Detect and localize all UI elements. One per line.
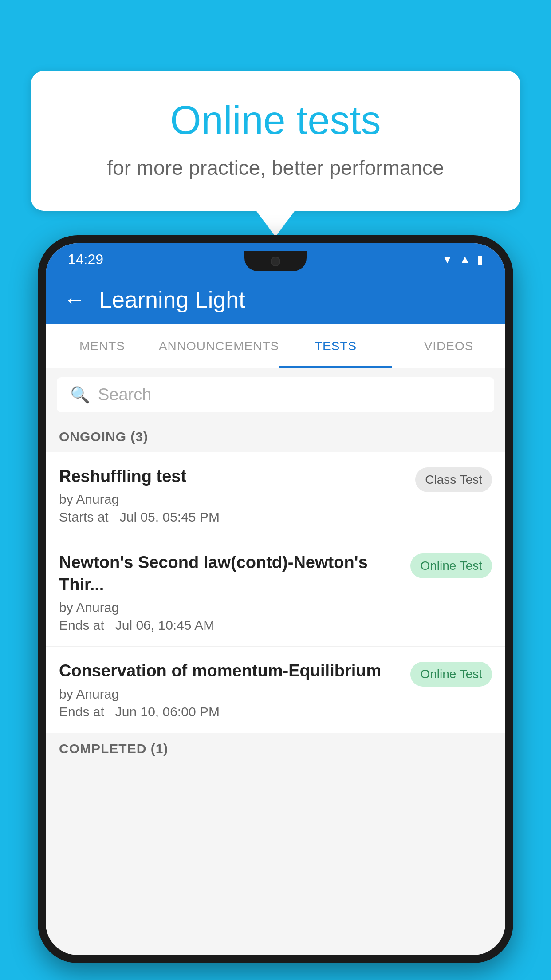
battery-icon: ▮ xyxy=(477,253,483,266)
tab-announcements[interactable]: ANNOUNCEMENTS xyxy=(159,324,279,368)
bubble-title: Online tests xyxy=(67,98,484,143)
tabs-bar: MENTS ANNOUNCEMENTS TESTS VIDEOS xyxy=(46,324,505,368)
test-item-3-name: Conservation of momentum-Equilibrium xyxy=(59,660,401,682)
test-item-3-badge: Online Test xyxy=(410,662,492,687)
front-camera xyxy=(271,257,280,266)
speech-bubble: Online tests for more practice, better p… xyxy=(31,71,520,211)
bubble-subtitle: for more practice, better performance xyxy=(67,156,484,180)
test-item-1-author: by Anurag xyxy=(59,492,406,507)
app-title: Learning Light xyxy=(99,286,245,313)
search-icon: 🔍 xyxy=(70,386,90,404)
test-item-2-name: Newton's Second law(contd)-Newton's Thir… xyxy=(59,552,401,596)
test-item-2-time: Ends at Jul 06, 10:45 AM xyxy=(59,618,401,633)
test-item-2-badge: Online Test xyxy=(410,553,492,578)
search-container: 🔍 Search xyxy=(46,368,505,421)
tab-videos[interactable]: VIDEOS xyxy=(392,324,505,368)
phone-frame: 14:29 ▼ ▲ ▮ ← Learning Light MENTS ANNOU… xyxy=(38,235,513,963)
test-item-1-badge: Class Test xyxy=(415,467,492,492)
test-item-1-name: Reshuffling test xyxy=(59,466,406,487)
wifi-icon: ▼ xyxy=(442,253,453,266)
test-item-newtons[interactable]: Newton's Second law(contd)-Newton's Thir… xyxy=(46,538,505,647)
test-item-3-content: Conservation of momentum-Equilibrium by … xyxy=(59,660,401,719)
tab-tests[interactable]: TESTS xyxy=(279,324,392,368)
app-header: ← Learning Light xyxy=(46,275,505,324)
ongoing-section-header: ONGOING (3) xyxy=(46,421,505,452)
test-item-3-author: by Anurag xyxy=(59,687,401,702)
speech-bubble-wrapper: Online tests for more practice, better p… xyxy=(31,71,520,237)
bubble-arrow xyxy=(256,210,295,237)
phone-screen: 14:29 ▼ ▲ ▮ ← Learning Light MENTS ANNOU… xyxy=(46,243,505,955)
test-item-2-content: Newton's Second law(contd)-Newton's Thir… xyxy=(59,552,401,633)
tab-ments[interactable]: MENTS xyxy=(46,324,159,368)
completed-section-header: COMPLETED (1) xyxy=(46,733,505,764)
test-item-conservation[interactable]: Conservation of momentum-Equilibrium by … xyxy=(46,647,505,733)
status-time: 14:29 xyxy=(68,251,103,268)
signal-icon: ▲ xyxy=(459,253,471,266)
search-placeholder: Search xyxy=(98,385,151,404)
test-item-reshuffling[interactable]: Reshuffling test by Anurag Starts at Jul… xyxy=(46,452,505,538)
test-item-1-content: Reshuffling test by Anurag Starts at Jul… xyxy=(59,466,406,525)
notch xyxy=(244,251,307,271)
back-button[interactable]: ← xyxy=(63,287,86,312)
test-item-2-author: by Anurag xyxy=(59,600,401,615)
search-input-wrapper[interactable]: 🔍 Search xyxy=(57,377,494,412)
test-item-3-time: Ends at Jun 10, 06:00 PM xyxy=(59,704,401,719)
test-item-1-time: Starts at Jul 05, 05:45 PM xyxy=(59,510,406,525)
status-icons: ▼ ▲ ▮ xyxy=(442,253,483,266)
test-list: Reshuffling test by Anurag Starts at Jul… xyxy=(46,452,505,733)
